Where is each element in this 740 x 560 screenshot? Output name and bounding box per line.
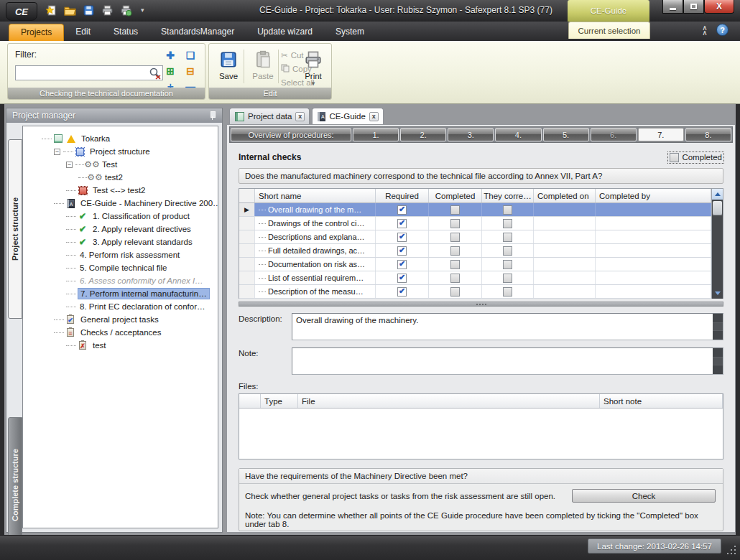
procedure-tab-2[interactable]: 2.	[400, 128, 446, 141]
filter-input[interactable]	[15, 65, 163, 80]
required-checkbox[interactable]	[397, 205, 407, 215]
files-column-header-type[interactable]: Type	[261, 394, 298, 408]
completed-by-cell[interactable]	[596, 230, 711, 243]
pin-icon[interactable]	[209, 111, 216, 120]
table-row[interactable]: Documentation on risk as…	[239, 258, 711, 271]
procedure-tab-1[interactable]: 1.	[353, 128, 399, 141]
completed-by-cell[interactable]	[596, 217, 711, 230]
tree-item-tokarka[interactable]: Tokarka	[23, 132, 218, 145]
filter-search-icon[interactable]	[149, 67, 162, 80]
they-correspond-checkbox[interactable]	[503, 219, 512, 228]
procedure-tab-5[interactable]: 5.	[543, 128, 589, 141]
completed-on-cell[interactable]	[534, 203, 596, 216]
tree-item-test[interactable]: −⚙⚙Test	[23, 158, 218, 171]
completed-checkbox[interactable]	[450, 274, 460, 283]
procedure-tab-8[interactable]: 8.	[685, 128, 731, 141]
required-checkbox[interactable]	[397, 287, 407, 297]
procedure-tab-overview[interactable]: Overview of procedures:	[231, 128, 351, 141]
save-button[interactable]: Save	[212, 47, 245, 90]
collapse-ribbon-icon[interactable]: ∧∧	[700, 25, 710, 35]
tree-item-test[interactable]: ✗test	[23, 339, 218, 352]
minimize-button[interactable]	[662, 0, 683, 14]
expand-tree-icon[interactable]: ⊞	[162, 63, 179, 78]
files-column-header-file[interactable]: File	[298, 394, 600, 408]
tab-current-selection[interactable]: Current selection	[568, 22, 650, 39]
completed-by-cell[interactable]	[596, 244, 711, 257]
tree-item-4-perform-risk-assessment[interactable]: 4. Perform risk assessment	[23, 248, 218, 261]
completed-on-cell[interactable]	[534, 285, 596, 298]
grid-scrollbar[interactable]	[711, 189, 723, 299]
description-field[interactable]: Overall drawing of the machinery.	[292, 313, 723, 340]
collapse-tree-icon[interactable]: ⊟	[182, 63, 199, 78]
completed-by-cell[interactable]	[596, 203, 711, 216]
new-project-icon[interactable]	[45, 4, 57, 17]
tree-item-8-print-ec-declaration-of-confor[interactable]: 8. Print EC declaration of confor…	[23, 300, 218, 313]
paste-button[interactable]: Paste	[246, 47, 279, 90]
document-tab-project-data[interactable]: Project datax	[229, 108, 310, 124]
print-button[interactable]: Print ▼	[297, 47, 330, 90]
menu-tab-update-wizard[interactable]: Update wizard	[246, 24, 324, 41]
completed-on-cell[interactable]	[534, 258, 596, 271]
completed-by-cell[interactable]	[596, 271, 711, 284]
they-correspond-checkbox[interactable]	[503, 274, 512, 283]
print-icon[interactable]	[101, 4, 114, 17]
completed-checkbox[interactable]	[450, 205, 460, 215]
note-scrollbar[interactable]	[713, 348, 723, 374]
tree-expander-icon[interactable]: −	[66, 162, 73, 168]
menu-tab-edit[interactable]: Edit	[64, 24, 102, 41]
they-correspond-checkbox[interactable]	[503, 287, 512, 297]
table-row[interactable]: Description of the measu…	[239, 285, 711, 299]
required-checkbox[interactable]	[397, 260, 407, 269]
they-correspond-checkbox[interactable]	[503, 233, 512, 242]
they-correspond-checkbox[interactable]	[503, 246, 512, 256]
completed-checkbox[interactable]	[450, 246, 460, 256]
completed-on-cell[interactable]	[534, 244, 596, 257]
collapse-elements-icon[interactable]: ❏	[182, 47, 199, 62]
completed-checkbox[interactable]	[450, 287, 460, 297]
table-row[interactable]: Full detailed drawings, ac…	[239, 244, 711, 258]
column-header-completed-by[interactable]: Completed by	[596, 189, 711, 202]
tree-item-checks-acceptances[interactable]: ≡Checks / acceptances	[23, 326, 218, 339]
required-checkbox[interactable]	[397, 246, 407, 256]
tree-item-3-apply-relevant-standards[interactable]: ✔3. Apply relevant standards	[23, 235, 218, 248]
maximize-button[interactable]	[683, 0, 704, 14]
close-icon[interactable]: x	[369, 112, 379, 121]
note-field[interactable]	[292, 347, 723, 375]
app-logo-icon[interactable]: CE	[6, 2, 37, 21]
table-row[interactable]: Drawings of the control ci…	[239, 217, 711, 230]
tree-item-project-structure[interactable]: −Project structure	[23, 145, 218, 158]
add-elements-icon[interactable]: ✚	[162, 47, 179, 62]
procedure-tab-4[interactable]: 4.	[495, 128, 541, 141]
scroll-thumb[interactable]	[713, 201, 722, 215]
sidebar-tab-complete-structure[interactable]: Complete structure	[8, 417, 22, 554]
scroll-up-icon[interactable]	[712, 189, 723, 200]
menu-tab-projects[interactable]: Projects	[9, 24, 64, 41]
tree-item-1-classification-of-product[interactable]: ✔1. Classification of product	[23, 210, 218, 223]
column-header-they-corre[interactable]: They corre…	[482, 189, 534, 202]
tree-item-ce-guide-machinery-directive-200[interactable]: ACE-Guide - Machinery Directive 200…	[23, 197, 218, 210]
menu-tab-standardsmanager[interactable]: StandardsManager	[149, 24, 246, 41]
resize-grip[interactable]	[726, 544, 736, 554]
table-row[interactable]: ▶Overall drawing of the m…	[239, 203, 711, 217]
qat-dropdown-icon[interactable]: ▾	[141, 6, 144, 14]
close-button[interactable]: X	[704, 0, 734, 14]
save-icon[interactable]	[82, 4, 95, 17]
tree-expander-icon[interactable]: −	[54, 149, 60, 155]
column-header-required[interactable]: Required	[376, 189, 429, 202]
column-header-short-name[interactable]: Short name	[255, 189, 376, 202]
column-header-completed[interactable]: Completed	[429, 189, 482, 202]
procedure-tab-6[interactable]: 6.	[591, 128, 637, 141]
column-header-completed-on[interactable]: Completed on	[534, 189, 596, 202]
completed-on-cell[interactable]	[534, 217, 596, 230]
completed-on-cell[interactable]	[534, 230, 596, 243]
table-row[interactable]: Descriptions and explana…	[239, 230, 711, 244]
procedure-tab-3[interactable]: 3.	[448, 128, 494, 141]
tree-item-2-apply-relevant-directives[interactable]: ✔2. Apply relevant directives	[23, 223, 218, 235]
check-button[interactable]: Check	[572, 489, 716, 503]
completed-checkbox[interactable]	[450, 219, 460, 228]
print-dropdown-icon[interactable]: ▼	[310, 80, 316, 87]
print-preview-icon[interactable]	[119, 4, 132, 17]
tree-item-7-perform-internal-manufacturin[interactable]: 7. Perform internal manufacturin…	[23, 287, 218, 300]
table-row[interactable]: List of essential requirem…	[239, 271, 711, 285]
close-icon[interactable]: x	[295, 112, 305, 121]
